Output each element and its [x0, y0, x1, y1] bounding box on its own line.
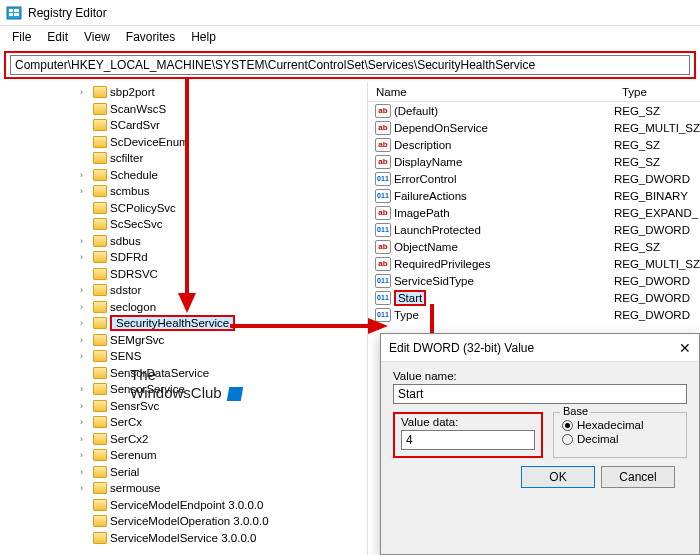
- tree-item-sdrsvc[interactable]: SDRSVC: [0, 266, 367, 283]
- tree-pane[interactable]: ›sbp2port ScanWscS SCardSvr ScDeviceEnum…: [0, 82, 368, 555]
- tree-item-sermouse[interactable]: ›sermouse: [0, 480, 367, 497]
- folder-icon: [93, 317, 107, 329]
- tree-item-scanwscs[interactable]: ScanWscS: [0, 101, 367, 118]
- value-name: ErrorControl: [392, 173, 614, 185]
- tree-item-sdfrd[interactable]: ›SDFRd: [0, 249, 367, 266]
- chevron-right-icon[interactable]: ›: [80, 236, 90, 246]
- value-name: Start: [392, 292, 614, 304]
- list-row-failureactions[interactable]: 011FailureActionsREG_BINARY: [368, 187, 700, 204]
- ok-button[interactable]: OK: [521, 466, 595, 488]
- chevron-right-icon[interactable]: ›: [80, 351, 90, 361]
- tree-item-scardsvr[interactable]: SCardSvr: [0, 117, 367, 134]
- tree-item-sercx[interactable]: ›SerCx: [0, 414, 367, 431]
- folder-icon: [93, 218, 107, 230]
- tree-label: SENS: [110, 350, 141, 362]
- tree-item-securityhealthservice[interactable]: ›SecurityHealthService: [0, 315, 367, 332]
- value-name: Type: [392, 309, 614, 321]
- tree-item-scfilter[interactable]: scfilter: [0, 150, 367, 167]
- list-row-description[interactable]: abDescriptionREG_SZ: [368, 136, 700, 153]
- list-header: Name Type: [368, 82, 700, 102]
- tree-label: sdstor: [110, 284, 141, 296]
- tree-item-sensrsvc[interactable]: ›SensrSvc: [0, 398, 367, 415]
- value-name-input[interactable]: [393, 384, 687, 404]
- tree-label: SEMgrSvc: [110, 334, 164, 346]
- tree-item-semgrsvc[interactable]: ›SEMgrSvc: [0, 332, 367, 349]
- list-row-dependonservice[interactable]: abDependOnServiceREG_MULTI_SZ: [368, 119, 700, 136]
- col-type[interactable]: Type: [618, 86, 700, 98]
- tree-item-servicemodelendpoint 3.0.0.0[interactable]: ServiceModelEndpoint 3.0.0.0: [0, 497, 367, 514]
- radio-hex[interactable]: Hexadecimal: [562, 419, 678, 431]
- tree-label: SCPolicySvc: [110, 202, 176, 214]
- app-title: Registry Editor: [28, 6, 107, 20]
- col-name[interactable]: Name: [368, 86, 618, 98]
- chevron-right-icon[interactable]: ›: [80, 384, 90, 394]
- chevron-right-icon[interactable]: ›: [80, 450, 90, 460]
- chevron-right-icon[interactable]: ›: [80, 252, 90, 262]
- tree-item-sens[interactable]: ›SENS: [0, 348, 367, 365]
- list-row-type[interactable]: 011TypeREG_DWORD: [368, 306, 700, 323]
- list-row-displayname[interactable]: abDisplayNameREG_SZ: [368, 153, 700, 170]
- close-icon[interactable]: ✕: [679, 340, 691, 356]
- cancel-button[interactable]: Cancel: [601, 466, 675, 488]
- base-group: Base Hexadecimal Decimal: [553, 412, 687, 458]
- reg-string-icon: ab: [375, 121, 391, 135]
- list-row-errorcontrol[interactable]: 011ErrorControlREG_DWORD: [368, 170, 700, 187]
- list-row-requiredprivileges[interactable]: abRequiredPrivilegesREG_MULTI_SZ: [368, 255, 700, 272]
- chevron-right-icon[interactable]: ›: [80, 186, 90, 196]
- chevron-right-icon[interactable]: ›: [80, 170, 90, 180]
- menu-favorites[interactable]: Favorites: [118, 28, 183, 46]
- address-input[interactable]: [10, 55, 690, 75]
- chevron-right-icon[interactable]: ›: [80, 467, 90, 477]
- radio-dec[interactable]: Decimal: [562, 433, 678, 445]
- tree-item-sensorservice[interactable]: ›SensorService: [0, 381, 367, 398]
- tree-item-sdbus[interactable]: ›sdbus: [0, 233, 367, 250]
- value-name-label: Value name:: [393, 370, 687, 382]
- reg-dword-icon: 011: [375, 189, 391, 203]
- chevron-right-icon[interactable]: ›: [80, 401, 90, 411]
- tree-item-scsecsvc[interactable]: ScSecSvc: [0, 216, 367, 233]
- tree-item-serial[interactable]: ›Serial: [0, 464, 367, 481]
- chevron-right-icon[interactable]: ›: [80, 318, 90, 328]
- tree-item-scmbus[interactable]: ›scmbus: [0, 183, 367, 200]
- tree-item-sbp2port[interactable]: ›sbp2port: [0, 84, 367, 101]
- tree-item-scpolicysvc[interactable]: SCPolicySvc: [0, 200, 367, 217]
- folder-icon: [93, 235, 107, 247]
- tree-label: SensorDataService: [110, 367, 209, 379]
- menu-file[interactable]: File: [4, 28, 39, 46]
- menu-view[interactable]: View: [76, 28, 118, 46]
- chevron-right-icon[interactable]: ›: [80, 434, 90, 444]
- menu-help[interactable]: Help: [183, 28, 224, 46]
- tree-item-servicemodelservice 3.0.0.0[interactable]: ServiceModelService 3.0.0.0: [0, 530, 367, 547]
- value-type: REG_DWORD: [614, 292, 700, 304]
- tree-item-serenum[interactable]: ›Serenum: [0, 447, 367, 464]
- tree-item-servicemodeloperation 3.0.0.0[interactable]: ServiceModelOperation 3.0.0.0: [0, 513, 367, 530]
- tree-item-scdeviceenum[interactable]: ScDeviceEnum: [0, 134, 367, 151]
- tree-label: sdbus: [110, 235, 141, 247]
- value-name: ServiceSidType: [392, 275, 614, 287]
- chevron-right-icon[interactable]: ›: [80, 285, 90, 295]
- tree-item-sercx2[interactable]: ›SerCx2: [0, 431, 367, 448]
- menu-edit[interactable]: Edit: [39, 28, 76, 46]
- tree-item-schedule[interactable]: ›Schedule: [0, 167, 367, 184]
- tree-item-seclogon[interactable]: ›seclogon: [0, 299, 367, 316]
- list-row-launchprotected[interactable]: 011LaunchProtectedREG_DWORD: [368, 221, 700, 238]
- list-row-imagepath[interactable]: abImagePathREG_EXPAND_: [368, 204, 700, 221]
- list-row-(default)[interactable]: ab(Default)REG_SZ: [368, 102, 700, 119]
- chevron-right-icon[interactable]: ›: [80, 302, 90, 312]
- chevron-right-icon[interactable]: ›: [80, 483, 90, 493]
- value-type: REG_DWORD: [614, 224, 700, 236]
- chevron-right-icon[interactable]: ›: [80, 335, 90, 345]
- list-row-servicesidtype[interactable]: 011ServiceSidTypeREG_DWORD: [368, 272, 700, 289]
- tree-label: SensorService: [110, 383, 185, 395]
- list-row-start[interactable]: 011StartREG_DWORD: [368, 289, 700, 306]
- folder-icon: [93, 185, 107, 197]
- tree-item-sdstor[interactable]: ›sdstor: [0, 282, 367, 299]
- folder-icon: [93, 284, 107, 296]
- tree-item-sensordataservice[interactable]: SensorDataService: [0, 365, 367, 382]
- chevron-right-icon[interactable]: ›: [80, 417, 90, 427]
- base-legend: Base: [560, 405, 591, 417]
- value-type: REG_SZ: [614, 139, 700, 151]
- chevron-right-icon[interactable]: ›: [80, 87, 90, 97]
- value-data-input[interactable]: [401, 430, 535, 450]
- list-row-objectname[interactable]: abObjectNameREG_SZ: [368, 238, 700, 255]
